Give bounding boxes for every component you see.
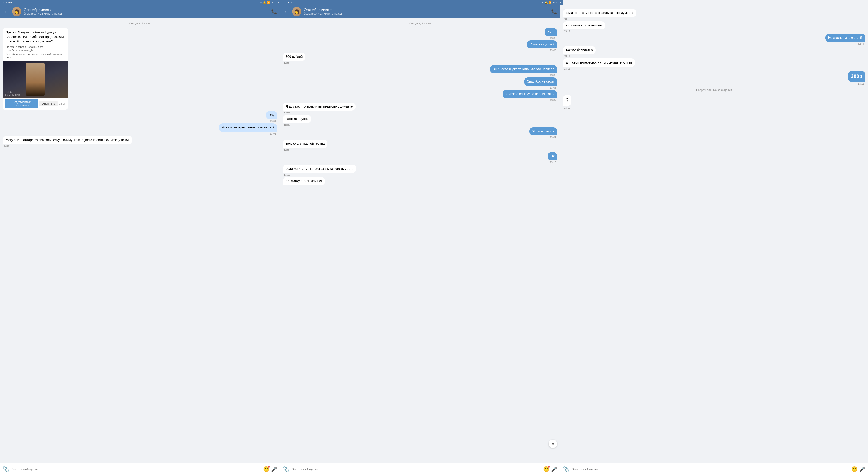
msg-time: 13:10: [563, 18, 636, 21]
call-button-middle[interactable]: 📞: [551, 9, 557, 14]
bubble: если хотите, можете сказать за кого дума…: [563, 9, 636, 17]
status-time-left: 2:14 PM: [2, 1, 12, 4]
msg-time: 13:11: [848, 82, 865, 85]
bubble: И что за сумма?: [527, 40, 557, 49]
bubble: Могу поинтересоваться кто автор?: [219, 124, 277, 132]
contact-name-left[interactable]: Оля Абрамова ▾: [24, 8, 269, 12]
notification-dot: [268, 466, 270, 468]
list-item: Ок 13:10: [548, 152, 557, 164]
list-item: Могу слить автора за символическую сумму…: [3, 136, 132, 147]
bubble: 300р: [848, 71, 865, 82]
emoji-button-left[interactable]: 🙂: [263, 466, 269, 472]
chevron-icon-left: ▾: [50, 8, 51, 11]
back-button-left[interactable]: ←: [3, 8, 10, 15]
avatar-left: 👩: [12, 7, 21, 16]
list-item: если хотите, можете сказать за кого дума…: [563, 9, 636, 21]
bubble: для себя интересно, на того думаете или …: [563, 59, 635, 67]
emoji-button-right[interactable]: 🙂: [851, 466, 858, 472]
notification-dot-middle: [548, 466, 550, 468]
status-bar-empty: [563, 0, 868, 5]
list-item: И что за сумма? 13:03: [527, 40, 557, 52]
contact-status-left: была в сети 24 минуты назад: [24, 12, 269, 15]
msg-time: 13:09: [283, 148, 328, 151]
msg-time: 13:11: [563, 67, 635, 70]
bubble: А можно ссылку на паблик ваш?: [502, 90, 557, 98]
date-divider-middle: Сегодня, 2 июня: [283, 22, 557, 25]
scroll-down-button[interactable]: ∨: [549, 440, 557, 448]
chat-pane-middle: ← 👩 Оля Абрамова ▾ была в сети 24 минуты…: [280, 5, 560, 475]
message-input-left[interactable]: [11, 467, 261, 471]
card-text: Привет. Я админ паблика Курицы Воронежа.…: [3, 28, 68, 45]
bubble: только для парней группа: [283, 140, 328, 148]
chat-pane-right: если хотите, можете сказать за кого дума…: [560, 5, 868, 475]
date-divider-left: Сегодня, 2 июня: [3, 22, 277, 25]
publish-button[interactable]: Подготовить к публикации: [5, 99, 38, 108]
back-button-middle[interactable]: ←: [283, 8, 290, 15]
attach-icon-right[interactable]: 📎: [563, 466, 569, 472]
msg-time: 13:10: [548, 161, 557, 164]
card-bubble: Привет. Я админ паблика Курицы Воронежа.…: [3, 28, 68, 110]
card-time: 13:00: [59, 102, 65, 105]
status-time-right: 2:14 PM: [284, 1, 293, 4]
msg-time: 13:11: [825, 42, 865, 45]
list-item: частная группа 13:07: [283, 115, 311, 126]
bubble: Вы знаете,я уже узнала, кто это написал: [490, 65, 557, 73]
messages-area-middle: Сегодня, 2 июня Хм... 13:03 И что за сум…: [280, 18, 560, 463]
call-button-left[interactable]: 📞: [271, 9, 277, 14]
mic-button-left[interactable]: 🎤: [271, 467, 277, 472]
input-area-right: 📎 🙂 🎤: [560, 463, 868, 475]
msg-time: 13:11: [563, 30, 605, 33]
bubble: так это бесплатно: [563, 46, 596, 55]
list-item: Воу 13:01: [266, 111, 277, 123]
bubble: Хм...: [545, 28, 557, 36]
msg-time: 13:03: [527, 49, 557, 52]
bubble: 300 рублей: [283, 53, 305, 61]
input-right-middle: 🙂 🎤: [543, 466, 557, 472]
list-item: 300р 13:11: [848, 71, 865, 85]
list-item: Я бы вступила 13:07: [529, 127, 557, 139]
msg-time: 13:11: [563, 55, 596, 58]
bubble: Спасибо, не стоит: [524, 77, 557, 86]
msg-time: 13:10: [283, 173, 356, 176]
list-item: для себя интересно, на того думаете или …: [563, 59, 635, 70]
list-item: Я думаю, что врядли вы правильно думаете…: [283, 103, 355, 114]
list-item: Вы знаете,я уже узнала, кто это написал …: [490, 65, 557, 77]
msg-time: 13:07: [529, 136, 557, 139]
contact-status-middle: была в сети 24 минуты назад: [304, 12, 549, 15]
message-input-middle[interactable]: [291, 467, 541, 471]
bubble: Воу: [266, 111, 277, 119]
messages-area-right: если хотите, можете сказать за кого дума…: [560, 5, 868, 463]
msg-time: 13:07: [502, 99, 557, 102]
list-item: Хм... 13:03: [545, 28, 557, 39]
list-item: если хотите, можете сказать за кого дума…: [283, 165, 356, 176]
decline-button[interactable]: Отклонить: [39, 101, 58, 106]
bubble: Я бы вступила: [529, 127, 557, 136]
messages-area-left: Сегодня, 2 июня Привет. Я админ паблика …: [0, 18, 280, 463]
input-area-left: 📎 🙂 🎤: [0, 463, 280, 475]
list-item: только для парней группа 13:09: [283, 140, 328, 151]
message-input-right[interactable]: [571, 467, 849, 471]
card-image: SOHOSMOKE BAR: [3, 61, 68, 98]
list-item: а я скажу это он или нет: [283, 177, 325, 186]
emoji-button-middle[interactable]: 🙂: [543, 466, 550, 472]
msg-time: 13:03: [3, 144, 132, 147]
attach-icon-middle[interactable]: 📎: [283, 466, 289, 472]
input-right-right: 🙂 🎤: [851, 466, 865, 472]
header-info-middle: Оля Абрамова ▾ была в сети 24 минуты наз…: [304, 8, 549, 15]
chat-header-middle: ← 👩 Оля Абрамова ▾ была в сети 24 минуты…: [280, 5, 560, 18]
list-item: Могу поинтересоваться кто автор? 13:01: [219, 124, 277, 135]
mic-button-right[interactable]: 🎤: [860, 467, 865, 472]
attach-icon-left[interactable]: 📎: [3, 466, 9, 472]
chevron-icon-middle: ▾: [330, 8, 332, 11]
chat-pane-left: ← 👩 Оля Абрамова ▾ была в сети 24 минуты…: [0, 5, 280, 475]
bubble: если хотите, можете сказать за кого дума…: [283, 165, 356, 173]
msg-time: 13:06: [524, 86, 557, 89]
status-bar-right: 2:14 PM ✉ 🔔 📶 4G+ 75: [282, 0, 563, 5]
bubble: а я скажу это он или нет: [283, 177, 325, 185]
contact-name-middle[interactable]: Оля Абрамова ▾: [304, 8, 549, 12]
msg-time: 13:07: [283, 124, 311, 126]
msg-time: 13:12: [563, 106, 571, 109]
list-item: Спасибо, не стоит 13:06: [524, 77, 557, 89]
msg-time: 13:06: [490, 74, 557, 76]
mic-button-middle[interactable]: 🎤: [551, 467, 557, 472]
